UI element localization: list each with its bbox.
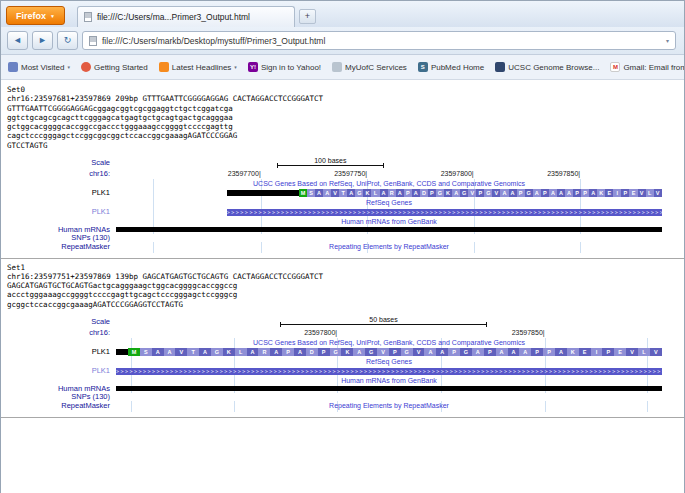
amino-acid-cell: D [306, 348, 318, 356]
getting-started-icon [81, 62, 91, 72]
repeatmasker-label: RepeatMasker [4, 402, 116, 410]
amino-acid-cell: I [613, 189, 621, 197]
amino-acid-cell: K [567, 348, 579, 356]
url-text: file:///C:/Users/markb/Desktop/mystuff/P… [102, 36, 325, 46]
amino-acid-cell: E [614, 348, 626, 356]
amino-acid-cell: A [519, 348, 531, 356]
amino-acid-cell: G [330, 348, 342, 356]
bookmark-label: Sign in to Yahoo! [261, 63, 321, 72]
amino-acid-cell: P [621, 189, 629, 197]
sequence-line: gcggctccaccggcgaaagAGATCCCGGAGGTCCTAGTG [7, 300, 684, 309]
ucsc-genes-title: UCSC Genes Based on RefSeq, UniProt, Gen… [116, 179, 662, 188]
bookmark-ucsc[interactable]: UCSC Genome Browse... [495, 62, 599, 72]
bottom-divider [1, 417, 684, 418]
amino-acid-cell: P [318, 348, 330, 356]
amino-acid-cell: A [323, 189, 331, 197]
amino-acid-cell: R [388, 189, 396, 197]
amino-acid-cell: P [602, 348, 614, 356]
position-track: 23597800| 23597850| [116, 328, 662, 338]
amino-acid-cell: A [424, 348, 436, 356]
browser-window: Firefox ▼ file:///C:/Users/ma...Primer3_… [0, 0, 685, 493]
sequence-line: ggtctgcagcgcagcttcgggagcatgagtgctgcagtga… [7, 113, 684, 122]
repeatmasker-label: RepeatMasker [4, 243, 116, 251]
grid-guideline [153, 188, 154, 198]
amino-acid-cell: P [531, 348, 543, 356]
scale-track: 100 bases [116, 157, 662, 169]
amino-acid-cell: A [412, 189, 420, 197]
amino-acid-cell: G [401, 348, 413, 356]
set-header: chr16:23597681+23597869 209bp GTTTGAATTC… [7, 94, 684, 103]
amino-acid-cell: K [341, 348, 353, 356]
track-title-row: UCSC Genes Based on RefSeq, UniProt, Gen… [4, 338, 662, 347]
rss-icon [159, 62, 169, 72]
gene-track: MSAAVTAGKLARAPADPGKAGVPGVAAPGAPAAAPPAKEI… [116, 347, 662, 357]
repeatmasker-title: Repeating Elements by RepeatMasker [116, 401, 662, 410]
amino-acid-cell: M [128, 348, 140, 356]
chevron-down-icon: ▾ [234, 64, 237, 70]
amino-acid-cell: E [605, 189, 613, 197]
amino-acid-cell: G [460, 189, 468, 197]
bookmark-getting-started[interactable]: Getting Started [81, 62, 148, 72]
bookmark-label: PubMed Home [431, 63, 484, 72]
refseq-genes-title: RefSeq Genes [116, 357, 662, 366]
snp-label: SNPs (130) [4, 393, 116, 401]
amino-acid-cell: A [496, 348, 508, 356]
sequence-line: gctggcacggggcaccggccgaccctgggaaagccggggt… [7, 122, 684, 131]
set-name: Set0 [7, 85, 684, 94]
refseq-genes-title: RefSeq Genes [116, 198, 662, 207]
tab-primer3-output[interactable]: file:///C:/Users/ma...Primer3_Output.htm… [77, 6, 295, 27]
amino-acid-cell: A [353, 348, 365, 356]
yahoo-icon: Y! [248, 62, 258, 72]
bookmark-yahoo[interactable]: Y! Sign in to Yahoo! [248, 62, 321, 72]
amino-acid-cell: A [152, 348, 164, 356]
amino-acid-cell: A [533, 189, 541, 197]
forward-button[interactable]: ► [32, 31, 53, 50]
refseq-gene-track: PLK1 >>>>>>>>>>>>>>>>>>>>>>>>>>>>>>>>>>>… [4, 207, 662, 217]
genbank-mrna-title: Human mRNAs from GenBank [116, 217, 662, 226]
bookmark-most-visited[interactable]: Most Visited ▾ [8, 62, 70, 72]
amino-acid-cell: L [646, 189, 654, 197]
scale-ruler: 100 bases [277, 157, 383, 168]
chevron-down-icon: ▼ [50, 13, 55, 19]
amino-acid-cell: A [436, 348, 448, 356]
title-track: UCSC Genes Based on RefSeq, UniProt, Gen… [116, 179, 662, 188]
chevron-down-icon[interactable]: ▾ [666, 37, 669, 44]
amino-acid-cell: G [484, 189, 492, 197]
ucsc-gene-track: PLK1 MSAAVTAGKLARAPADPGKAGVPGVAAPGAPAAAP… [4, 188, 662, 198]
amino-acid-cell: A [555, 348, 567, 356]
transcript-direction-bar: >>>>>>>>>>>>>>>>>>>>>>>>>>>>>>>>>>>>>>>>… [227, 209, 662, 216]
amino-acid-cell: A [164, 348, 176, 356]
amino-acid-cell: K [223, 348, 235, 356]
amino-acid-cell: A [557, 189, 565, 197]
back-button[interactable]: ◄ [7, 31, 28, 50]
refseq-gene-track: PLK1 >>>>>>>>>>>>>>>>>>>>>>>>>>>>>>>>>>>… [4, 366, 662, 376]
firefox-menu-label: Firefox [16, 11, 46, 21]
position-tick: 23597800| [304, 329, 337, 336]
firefox-menu-button[interactable]: Firefox ▼ [6, 6, 65, 25]
scale-value: 50 bases [280, 316, 487, 324]
new-tab-button[interactable]: + [299, 9, 316, 24]
scale-label: Scale [4, 159, 116, 167]
bookmark-myuofc[interactable]: MyUofC Services [332, 62, 407, 72]
bookmark-gmail[interactable]: M Gmail: Email from Goo... [610, 62, 684, 72]
title-track: Human mRNAs from GenBank [116, 376, 662, 385]
amino-acid-cell: V [413, 348, 425, 356]
bookmark-label: UCSC Genome Browse... [508, 63, 599, 72]
bookmark-pubmed[interactable]: S PubMed Home [418, 62, 484, 72]
url-bar[interactable]: file:///C:/Users/markb/Desktop/mystuff/P… [82, 31, 676, 50]
track-title-row: RefSeq Genes [4, 357, 662, 366]
bookmark-latest-headlines[interactable]: Latest Headlines ▾ [159, 62, 237, 72]
mrna-track [116, 385, 662, 393]
bookmark-label: Most Visited [21, 63, 64, 72]
amino-acid-cell: A [508, 348, 520, 356]
grid-guideline [153, 207, 154, 217]
snp-track-group: SNPs (130) Simple Nucleotide Polymorphis… [4, 393, 662, 401]
title-track: Human mRNAs from GenBank [116, 217, 662, 226]
amino-acid-cell: M [299, 189, 307, 197]
amino-acid-cell: G [460, 348, 472, 356]
scale-row: Scale 50 bases [4, 316, 662, 328]
amino-acid-cell: L [638, 348, 650, 356]
repeatmasker-title: Repeating Elements by RepeatMasker [116, 242, 662, 251]
reload-button[interactable]: ↻ [57, 31, 78, 50]
snp-label: SNPs (130) [4, 234, 116, 242]
